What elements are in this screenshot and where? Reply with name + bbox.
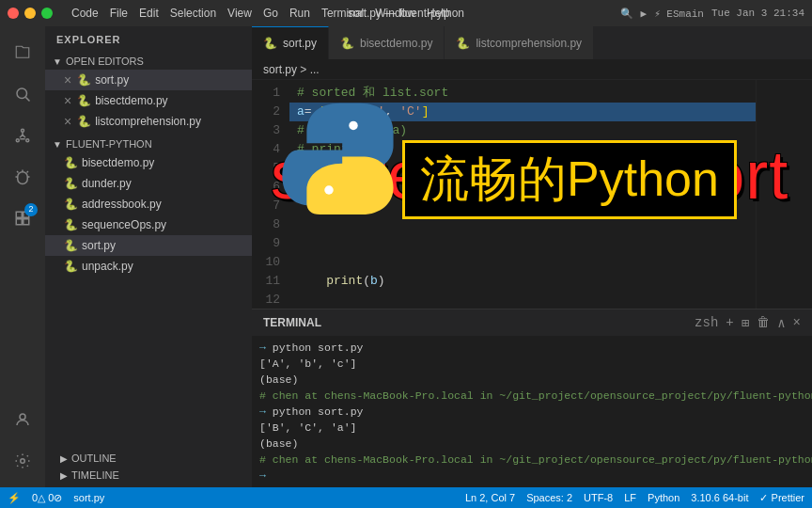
fluent-python-section[interactable]: ▼ FLUENT-PYTHON: [45, 135, 252, 152]
sidebar-header: EXPLORER: [45, 26, 252, 53]
code-line-1: # sorted 和 list.sort: [289, 84, 756, 103]
minimize-button[interactable]: [24, 8, 36, 19]
timeline-section[interactable]: ▶ TIMELINE: [53, 467, 244, 484]
chevron-right-icon-2: ▶: [60, 470, 68, 481]
file-bisectdemo[interactable]: 🐍 bisectdemo.py: [45, 152, 252, 173]
tab-listcomp[interactable]: 🐍 listcomprehension.py: [445, 26, 594, 59]
terminal-controls: zsh + ⊞ 🗑 ∧ ×: [695, 315, 801, 331]
status-filename-bottom: sort.py: [73, 492, 104, 503]
activity-bar: 2: [0, 26, 45, 487]
activity-icon-settings[interactable]: [4, 442, 41, 480]
svg-rect-8: [23, 219, 29, 225]
term-line-5: → python sort.py: [259, 404, 804, 420]
file-addressbook[interactable]: 🐍 addressbook.py: [45, 194, 252, 214]
activity-icon-search[interactable]: [4, 75, 41, 113]
menu-edit[interactable]: Edit: [139, 7, 159, 20]
maximize-button[interactable]: [41, 8, 53, 19]
activity-icon-extensions[interactable]: 2: [4, 199, 41, 237]
terminal-split-icon[interactable]: ⊞: [742, 315, 749, 331]
status-prettier[interactable]: ✓ Prettier: [759, 492, 804, 504]
filename: addressbook.py: [82, 198, 162, 211]
terminal-section: TERMINAL zsh + ⊞ 🗑 ∧ × → python sort.py …: [252, 309, 812, 487]
file-icon: 🐍: [64, 156, 78, 169]
terminal-header: TERMINAL zsh + ⊞ 🗑 ∧ ×: [252, 310, 812, 336]
close-icon[interactable]: ×: [64, 114, 71, 129]
open-editor-bisect[interactable]: × 🐍 bisectdemo.py: [45, 90, 252, 111]
menu-code[interactable]: Code: [71, 7, 99, 20]
chevron-right-icon: ▶: [60, 453, 68, 464]
open-editor-sort[interactable]: × 🐍 sort.py: [45, 70, 252, 90]
activity-icon-debug[interactable]: [4, 158, 41, 196]
status-position[interactable]: Ln 2, Col 7: [465, 492, 515, 504]
svg-point-0: [17, 88, 27, 99]
tab-sort[interactable]: 🐍 sort.py: [252, 26, 329, 59]
filename-sort: sort.py: [95, 73, 129, 87]
menu-run[interactable]: Run: [289, 7, 310, 20]
svg-point-9: [20, 414, 25, 420]
svg-point-2: [22, 129, 24, 132]
open-editors-label: OPEN EDITORS: [66, 56, 144, 67]
status-encoding[interactable]: UTF-8: [584, 492, 613, 504]
open-editors-section[interactable]: ▼ OPEN EDITORS: [45, 53, 252, 70]
activity-icon-files[interactable]: [4, 34, 41, 71]
code-line-9: [289, 234, 756, 253]
menu-view[interactable]: View: [227, 7, 252, 20]
main-layout: 2 EXPLORER ▼ OPEN EDITORS × 🐍 sort.py × …: [0, 26, 812, 487]
file-icon: 🐍: [64, 260, 78, 273]
status-python-version[interactable]: 3.10.6 64-bit: [691, 492, 748, 504]
line-numbers: 1 2 3 4 5 6 7 8 9 10 11 12 13 14: [252, 80, 289, 309]
term-line-2: ['A', 'b', 'c']: [259, 356, 804, 372]
code-line-4: # print(a): [289, 140, 756, 159]
tab-icon-bisect: 🐍: [340, 37, 354, 50]
file-dunder[interactable]: 🐍 dunder.py: [45, 173, 252, 194]
close-button[interactable]: [8, 8, 19, 19]
terminal-chevron-up-icon[interactable]: ∧: [777, 315, 785, 331]
status-language[interactable]: Python: [648, 492, 679, 504]
file-icon-bisect: 🐍: [77, 94, 91, 107]
svg-rect-7: [16, 219, 22, 225]
code-line-8: [289, 215, 756, 234]
tab-label-bisect: bisectdemo.py: [360, 37, 432, 50]
title-bar-right: 🔍 ▶ ⚡ ESmain Tue Jan 3 21:34: [620, 8, 805, 20]
close-icon[interactable]: ×: [64, 72, 71, 87]
activity-icon-git[interactable]: [4, 117, 41, 154]
menu-selection[interactable]: Selection: [170, 7, 216, 20]
file-icon: 🐍: [64, 239, 78, 252]
term-prompt: →: [259, 341, 273, 354]
terminal-body[interactable]: → python sort.py ['A', 'b', 'c'] (base) …: [252, 336, 812, 487]
minimap: [756, 80, 812, 309]
term-line-8: # chen at chens-MacBook-Pro.local in ~/g…: [259, 452, 804, 468]
menu-go[interactable]: Go: [263, 7, 278, 20]
status-branch[interactable]: ⚡: [8, 492, 21, 504]
activity-bottom: [4, 401, 41, 487]
tab-bisect[interactable]: 🐍 bisectdemo.py: [329, 26, 445, 59]
tab-bar: 🐍 sort.py 🐍 bisectdemo.py 🐍 listcomprehe…: [252, 26, 812, 59]
file-unpack[interactable]: 🐍 unpack.py: [45, 256, 252, 277]
breadcrumb: sort.py > ...: [252, 59, 812, 80]
terminal-trash-icon[interactable]: 🗑: [757, 315, 770, 331]
file-sort[interactable]: 🐍 sort.py: [45, 235, 252, 256]
status-errors[interactable]: 0△ 0⊘: [32, 492, 62, 504]
code-editor[interactable]: 1 2 3 4 5 6 7 8 9 10 11 12 13 14 # sorte…: [252, 80, 812, 309]
menu-file[interactable]: File: [110, 7, 128, 20]
fluent-python-label: FLUENT-PYTHON: [66, 138, 152, 150]
file-sequenceops[interactable]: 🐍 sequenceOps.py: [45, 214, 252, 235]
svg-point-4: [26, 139, 29, 142]
outline-section[interactable]: ▶ OUTLINE: [53, 450, 244, 467]
activity-icon-user[interactable]: [4, 401, 41, 438]
status-eol[interactable]: LF: [624, 492, 636, 504]
code-line-2: a = ['b', 'B', 'C']: [289, 103, 756, 121]
term-line-3: (base): [259, 372, 804, 388]
filename: sort.py: [82, 239, 116, 252]
term-line-7: (base): [259, 436, 804, 452]
filename-bisect: bisectdemo.py: [95, 94, 167, 107]
terminal-close-icon[interactable]: ×: [793, 315, 801, 331]
file-icon-listcomp: 🐍: [77, 115, 91, 128]
terminal-tab-label[interactable]: TERMINAL: [263, 316, 321, 329]
filename: bisectdemo.py: [82, 156, 154, 169]
terminal-add-icon[interactable]: +: [726, 315, 733, 331]
close-icon[interactable]: ×: [64, 93, 71, 108]
status-spaces[interactable]: Spaces: 2: [526, 492, 572, 504]
open-editor-listcomp[interactable]: × 🐍 listcomprehension.py: [45, 111, 252, 132]
svg-point-10: [21, 459, 25, 464]
